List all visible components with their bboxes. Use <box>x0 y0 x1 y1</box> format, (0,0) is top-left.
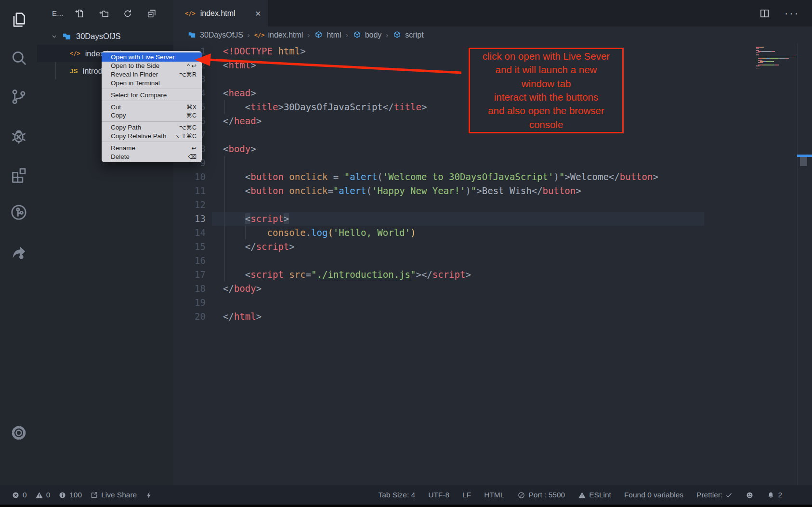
status-live-share[interactable]: Live Share <box>90 491 137 499</box>
status-variables-count[interactable]: Found 0 variables <box>624 491 683 499</box>
new-file-icon <box>74 8 85 19</box>
activity-item-manage[interactable] <box>9 423 28 442</box>
breadcrumb-item-30DaysOfJS[interactable]: 30DaysOfJS <box>187 30 243 39</box>
slash-circle-icon <box>517 491 525 499</box>
status-bar-right: Tab Size: 4UTF-8LFHTMLPort : 5500ESLintF… <box>378 491 782 499</box>
line-number: 19 <box>173 296 206 310</box>
window-bottom-edge <box>0 505 812 507</box>
breadcrumb-item-script[interactable]: script <box>393 30 423 39</box>
line-number: 13 <box>173 212 206 226</box>
menu-item-cut[interactable]: Cut⌘X <box>102 103 202 111</box>
git-branch-icon <box>9 87 28 106</box>
overview-ruler-border <box>797 43 798 485</box>
code-line-20: 20</html> <box>173 310 812 324</box>
activity-item-extensions[interactable] <box>9 165 28 184</box>
menu-separator <box>102 142 202 142</box>
bell-icon <box>767 491 775 499</box>
split-editor-button[interactable] <box>759 8 770 19</box>
status-encoding[interactable]: UTF-8 <box>428 491 449 499</box>
line-number: 10 <box>173 170 206 184</box>
breadcrumb-separator: › <box>346 31 348 39</box>
activity-item-live-share[interactable] <box>9 242 28 261</box>
code-line-13: 13 <script> <box>173 212 812 226</box>
activity-item-explorer[interactable] <box>9 10 28 29</box>
menu-item-delete[interactable]: Delete⌫ <box>102 152 202 161</box>
status-notifications[interactable]: 2 <box>767 491 782 499</box>
menu-item-open-with-live-server[interactable]: Open with Live Server <box>102 52 202 62</box>
status-eol[interactable]: LF <box>462 491 471 499</box>
code-line-15: 15 </script> <box>173 240 812 254</box>
html-file-icon: </> <box>254 32 265 39</box>
minimap[interactable] <box>756 47 799 70</box>
tab-index-html[interactable]: </> index.html × <box>173 0 268 26</box>
menu-item-select-for-compare[interactable]: Select for Compare <box>102 91 202 99</box>
refresh-button[interactable] <box>122 8 133 19</box>
activity-item-source-control[interactable] <box>9 87 28 106</box>
status-infos[interactable]: 100 <box>58 491 82 499</box>
menu-separator <box>102 101 202 101</box>
status-prettier[interactable]: Prettier: <box>696 491 733 499</box>
activity-item-gitlens[interactable] <box>9 203 28 222</box>
status-eslint[interactable]: ESLint <box>578 491 611 499</box>
breadcrumb-item-index-html[interactable]: </>index.html <box>254 31 303 39</box>
annotation-text-line: window tab <box>470 77 622 91</box>
code-line-8: 8<body> <box>173 142 812 156</box>
info-circle-icon <box>58 491 66 499</box>
activity-item-run-debug[interactable] <box>9 126 28 145</box>
status-language-mode[interactable]: HTML <box>484 491 504 499</box>
breadcrumb-item-body[interactable]: body <box>353 30 382 39</box>
cube-icon <box>353 30 362 39</box>
menu-item-copy[interactable]: Copy⌘C <box>102 111 202 120</box>
menu-item-rename[interactable]: Rename↩ <box>102 143 202 152</box>
line-number: 16 <box>173 254 206 268</box>
share-arrow-icon <box>9 242 28 261</box>
new-folder-button[interactable] <box>98 8 109 19</box>
split-editor-icon <box>759 8 770 19</box>
new-file-button[interactable] <box>74 8 85 19</box>
context-menu: Open with Live ServerOpen to the Side^ ↩… <box>102 51 202 162</box>
activity-item-search[interactable] <box>9 48 28 67</box>
status-warnings[interactable]: 0 <box>35 491 51 499</box>
explorer-title: E... <box>52 9 64 17</box>
breadcrumb-separator: › <box>307 31 310 39</box>
annotation-text-line: interact with the buttons <box>470 91 622 104</box>
more-actions-button[interactable]: ··· <box>785 7 799 20</box>
folder-icon <box>62 31 72 41</box>
menu-separator <box>102 121 202 122</box>
breadcrumb-separator: › <box>386 31 388 39</box>
code-line-19: 19 <box>173 296 812 310</box>
minimap-line <box>756 65 760 66</box>
status-errors[interactable]: 0 <box>12 491 27 499</box>
menu-item-copy-relative-path[interactable]: Copy Relative Path⌥⇧⌘C <box>102 132 202 141</box>
tree-item-folder[interactable]: 30DaysOfJS <box>37 27 173 45</box>
tab-close-icon[interactable]: × <box>255 8 261 18</box>
line-number: 17 <box>173 268 206 282</box>
menu-item-copy-path[interactable]: Copy Path⌥⌘C <box>102 123 202 132</box>
status-lightning[interactable] <box>145 491 153 499</box>
status-feedback-smiley[interactable] <box>746 491 754 499</box>
scrollbar-thumb[interactable] <box>800 157 807 166</box>
status-live-server-port[interactable]: Port : 5500 <box>517 491 565 499</box>
collapse-all-button[interactable] <box>146 8 157 19</box>
annotation-text-line: click on open with Live Sever <box>470 50 622 63</box>
annotation-text-line: and also open the browser <box>470 104 622 117</box>
folder-label: 30DaysOfJS <box>76 32 121 41</box>
menu-item-reveal-in-finder[interactable]: Reveal in Finder⌥⌘R <box>102 70 202 79</box>
extensions-icon <box>9 165 28 184</box>
html-file-icon: </> <box>185 10 196 17</box>
minimap-line <box>756 58 789 59</box>
menu-item-open-to-the-side[interactable]: Open to the Side^ ↩ <box>102 62 202 70</box>
files-icon <box>9 10 28 29</box>
warning-triangle-icon <box>35 491 43 499</box>
menu-item-open-in-terminal[interactable]: Open in Terminal <box>102 79 202 88</box>
editor-actions: ··· <box>759 0 799 26</box>
status-tab-size[interactable]: Tab Size: 4 <box>378 491 415 499</box>
breadcrumb-item-html[interactable]: html <box>314 30 341 39</box>
circle-fork-icon <box>9 203 28 222</box>
minimap-line <box>756 62 763 63</box>
share-export-icon <box>90 491 98 499</box>
chevron-down-icon <box>50 32 58 40</box>
code-line-14: 14 console.log('Hello, World') <box>173 226 812 240</box>
folder-icon <box>187 30 196 39</box>
refresh-icon <box>122 8 133 19</box>
